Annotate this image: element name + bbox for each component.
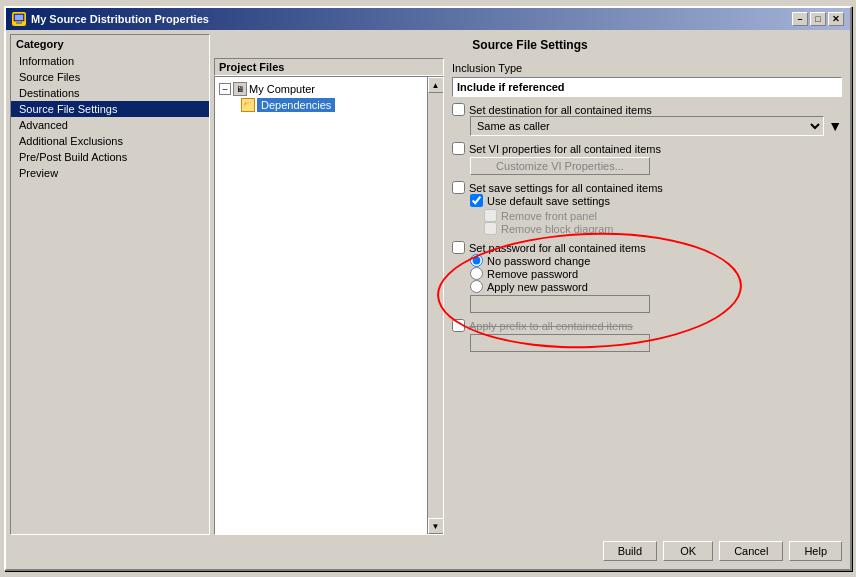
set-destination-label: Set destination for all contained items	[469, 104, 652, 116]
remove-block-diagram-label: Remove block diagram	[501, 223, 614, 235]
set-vi-properties-label: Set VI properties for all contained item…	[469, 143, 661, 155]
inclusion-type-group: Inclusion Type	[452, 62, 842, 97]
set-password-checkbox[interactable]	[452, 241, 465, 254]
apply-new-password-label: Apply new password	[487, 281, 588, 293]
settings-pane: Inclusion Type Set destination for all c…	[448, 58, 846, 535]
set-destination-row: Set destination for all contained items	[452, 103, 842, 116]
computer-label: My Computer	[249, 83, 315, 95]
remove-front-panel-checkbox[interactable]	[484, 209, 497, 222]
sidebar: Category Information Source Files Destin…	[10, 34, 210, 535]
computer-icon: 🖥	[233, 82, 247, 96]
sidebar-item-source-file-settings[interactable]: Source File Settings	[11, 101, 209, 117]
dropdown-arrow-icon: ▼	[828, 118, 842, 134]
category-label: Category	[11, 35, 209, 53]
destination-dropdown-row: Same as caller ▼	[452, 116, 842, 136]
bottom-bar: Build OK Cancel Help	[10, 535, 846, 565]
apply-new-password-radio[interactable]	[470, 280, 483, 293]
build-button[interactable]: Build	[603, 541, 657, 561]
set-vi-properties-group: Set VI properties for all contained item…	[452, 142, 842, 175]
remove-password-label: Remove password	[487, 268, 578, 280]
set-save-settings-checkbox[interactable]	[452, 181, 465, 194]
tree-content: – 🖥 My Computer 📁 Dependencies	[215, 77, 443, 117]
customize-vi-button[interactable]: Customize VI Properties...	[470, 157, 650, 175]
window-title: My Source Distribution Properties	[31, 13, 209, 25]
title-bar: My Source Distribution Properties – □ ✕	[6, 8, 850, 30]
scroll-down-button[interactable]: ▼	[428, 518, 444, 534]
destination-dropdown[interactable]: Same as caller	[470, 116, 824, 136]
apply-prefix-group: Apply prefix to all contained items	[452, 319, 842, 352]
set-destination-group: Set destination for all contained items …	[452, 103, 842, 136]
set-password-label: Set password for all contained items	[469, 242, 646, 254]
sidebar-item-advanced[interactable]: Advanced	[11, 117, 209, 133]
sidebar-item-pre-post-build[interactable]: Pre/Post Build Actions	[11, 149, 209, 165]
no-password-radio[interactable]	[470, 254, 483, 267]
set-destination-checkbox[interactable]	[452, 103, 465, 116]
dependencies-label: Dependencies	[257, 98, 335, 112]
inclusion-type-input[interactable]	[452, 77, 842, 97]
scroll-up-button[interactable]: ▲	[428, 77, 444, 93]
tree-item-dependencies[interactable]: 📁 Dependencies	[241, 97, 423, 113]
project-files-body: – 🖥 My Computer 📁 Dependencies	[214, 76, 444, 535]
svg-rect-2	[16, 22, 22, 24]
set-vi-properties-checkbox[interactable]	[452, 142, 465, 155]
tree-item-computer[interactable]: – 🖥 My Computer	[219, 81, 423, 97]
remove-password-radio[interactable]	[470, 267, 483, 280]
set-password-group: Set password for all contained items No …	[452, 241, 842, 313]
expand-icon[interactable]: –	[219, 83, 231, 95]
project-files-pane: Project Files – 🖥 My Computer	[214, 58, 444, 535]
use-default-save-checkbox[interactable]	[470, 194, 483, 207]
window-body: Category Information Source Files Destin…	[6, 30, 850, 569]
sidebar-item-additional-exclusions[interactable]: Additional Exclusions	[11, 133, 209, 149]
scroll-track[interactable]	[428, 93, 443, 518]
main-window: My Source Distribution Properties – □ ✕ …	[4, 6, 852, 571]
use-default-save-label: Use default save settings	[487, 195, 610, 207]
sidebar-item-source-files[interactable]: Source Files	[11, 69, 209, 85]
sidebar-item-information[interactable]: Information	[11, 53, 209, 69]
tree-child: 📁 Dependencies	[219, 97, 423, 113]
sidebar-item-preview[interactable]: Preview	[11, 165, 209, 181]
minimize-button[interactable]: –	[792, 12, 808, 26]
project-files-header: Project Files	[214, 58, 444, 76]
sidebar-item-destinations[interactable]: Destinations	[11, 85, 209, 101]
close-button[interactable]: ✕	[828, 12, 844, 26]
prefix-input[interactable]	[470, 334, 650, 352]
ok-button[interactable]: OK	[663, 541, 713, 561]
svg-rect-1	[15, 15, 23, 20]
apply-prefix-label: Apply prefix to all contained items	[469, 320, 633, 332]
title-buttons: – □ ✕	[792, 12, 844, 26]
panel-title: Source File Settings	[214, 34, 846, 58]
new-password-input[interactable]	[470, 295, 650, 313]
help-button[interactable]: Help	[789, 541, 842, 561]
apply-prefix-checkbox[interactable]	[452, 319, 465, 332]
right-panel: Source File Settings Project Files – 🖥	[214, 34, 846, 535]
vertical-scrollbar[interactable]: ▲ ▼	[427, 77, 443, 534]
remove-block-diagram-checkbox[interactable]	[484, 222, 497, 235]
panel-content: Project Files – 🖥 My Computer	[214, 58, 846, 535]
maximize-button[interactable]: □	[810, 12, 826, 26]
set-save-settings-label: Set save settings for all contained item…	[469, 182, 663, 194]
window-icon	[12, 12, 26, 26]
remove-front-panel-label: Remove front panel	[501, 210, 597, 222]
cancel-button[interactable]: Cancel	[719, 541, 783, 561]
no-password-label: No password change	[487, 255, 590, 267]
inclusion-type-label: Inclusion Type	[452, 62, 842, 74]
main-content: Category Information Source Files Destin…	[10, 34, 846, 535]
folder-icon: 📁	[241, 98, 255, 112]
set-save-settings-group: Set save settings for all contained item…	[452, 181, 842, 235]
